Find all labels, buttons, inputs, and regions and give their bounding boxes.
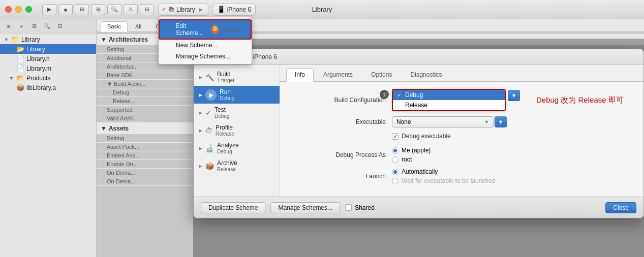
sidebar-toggle-btn[interactable]: ≡ — [3, 22, 14, 31]
launch-auto-radio[interactable] — [392, 169, 398, 175]
edit-scheme-menu-item[interactable]: Edit Scheme... ① Librar... — [159, 19, 252, 40]
edit-scheme-label: Edit Scheme... — [175, 22, 206, 37]
archive-sub: Release — [217, 167, 237, 172]
build-config-debug-item[interactable]: ✓ Debug — [393, 90, 505, 100]
sidebar-more-btn[interactable]: ⊟ — [54, 22, 65, 31]
archive-disclosure: ▶ — [199, 164, 202, 169]
scheme-dialog-window: 📚 Library › 📱 iPhone 6 ▶ 🔨 — [193, 49, 644, 218]
build-sub: 1 target — [217, 78, 234, 83]
sidebar-filter-btn[interactable]: ⊞ — [28, 22, 40, 31]
build-config-dropdown: ✓ Debug Release — [393, 90, 505, 110]
toolbar-icons: ▶ ■ ⊞ ⊞ 🔍 ⚠ ⊟ — [42, 4, 154, 15]
build-tab-all[interactable]: All — [129, 21, 148, 31]
launch-options: Automatically Wait for executable to be … — [392, 168, 495, 184]
radio-fill — [393, 149, 397, 152]
bs-buildactiv-label: ▼ Build Activi... — [107, 81, 178, 87]
device-selector[interactable]: 📱 iPhone 6 — [212, 4, 256, 16]
tree-item-library-group[interactable]: ▼ 📂 Library — [0, 44, 96, 54]
close-button[interactable] — [5, 6, 12, 13]
manage-schemes-menu-item[interactable]: Manage Schemes... — [159, 51, 252, 62]
scheme-item-archive[interactable]: ▶ 📦 Archive Release — [194, 157, 280, 175]
launch-label: Launch — [290, 173, 392, 180]
stop-button[interactable]: ■ — [58, 4, 73, 15]
disclosure-products-group: ▼ — [9, 76, 14, 81]
release-option-label: Release — [405, 102, 427, 109]
build-config-release-item[interactable]: Release — [393, 100, 505, 110]
executable-select[interactable]: None ▼ — [392, 116, 494, 127]
issue-button[interactable]: ⚠ — [124, 4, 138, 15]
run-button[interactable]: ▶ — [42, 4, 56, 15]
executable-arrow: ▼ — [484, 119, 489, 124]
tree-item-products-group[interactable]: ▼ 📂 Products — [0, 73, 96, 83]
launch-wait-label: Wait for executable to be launched — [402, 177, 495, 184]
executable-value: None — [396, 118, 411, 125]
scheme-selector-container: ✓ 📚 Library ▶ Edit Scheme... ① Librar...… — [158, 4, 208, 16]
scheme-dialog-footer: Duplicate Scheme Manage Schemes... Share… — [194, 197, 643, 218]
tab-options[interactable]: Options — [362, 68, 401, 81]
archive-label-group: Archive Release — [217, 159, 237, 172]
nav-back-button[interactable]: ⊞ — [75, 4, 89, 15]
test-icon: ✓ — [205, 109, 211, 117]
tab-info[interactable]: Info — [286, 68, 314, 82]
debug-process-options: Me (apple) root — [392, 147, 431, 163]
scheme-item-profile[interactable]: ▶ ⏱ Profile Release — [194, 121, 280, 139]
sidebar-add-btn[interactable]: + — [16, 22, 27, 31]
scheme-checkmark: ✓ — [162, 6, 166, 13]
launch-wait-radio[interactable] — [392, 178, 398, 184]
profile-icon: ⏱ — [205, 126, 212, 135]
h-file-icon: 📄 — [16, 55, 24, 62]
duplicate-scheme-button[interactable]: Duplicate Scheme — [201, 202, 265, 213]
fullscreen-button[interactable] — [25, 6, 32, 13]
scheme-selector[interactable]: ✓ 📚 Library ▶ — [158, 4, 208, 16]
shared-checkbox[interactable] — [345, 204, 352, 211]
bs-ondemand2-label: On Dema... — [107, 178, 178, 184]
products-group-label: Products — [26, 75, 50, 82]
minimize-button[interactable] — [15, 6, 22, 13]
build-config-red-box: ✓ Debug Release — [392, 89, 506, 111]
scheme-tabs: Info Arguments Options Diagnostics — [280, 65, 643, 82]
close-button[interactable]: Close — [605, 202, 636, 213]
debug-process-root-radio[interactable] — [392, 156, 398, 163]
test-button[interactable]: ⊟ — [140, 4, 154, 15]
assets-label: Assets — [109, 125, 129, 132]
new-scheme-menu-item[interactable]: New Scheme... — [159, 40, 252, 51]
debug-executable-row: ✓ Debug executable — [392, 133, 633, 140]
scheme-item-analyze[interactable]: ▶ 🔬 Analyze Debug — [194, 139, 280, 157]
tree-item-liblibrary[interactable]: 📦 libLibrary.a — [0, 83, 96, 92]
tree-item-library-h[interactable]: 📄 Library.h — [0, 54, 96, 63]
build-config-arrow[interactable]: ▼ — [508, 90, 520, 101]
bs-ondemand1-label: On Dema... — [107, 170, 178, 176]
debug-process-me-radio[interactable] — [392, 147, 398, 154]
bs-architecture-label: Architectur... — [107, 63, 178, 70]
badge-two: ② — [380, 90, 389, 99]
debug-executable-checkbox[interactable]: ✓ — [392, 133, 398, 140]
nav-sidebar-toolbar: ≡ + ⊞ 🔍 ⊟ — [0, 19, 96, 34]
tree-item-library-root[interactable]: ▼ 📁 Library — [0, 35, 96, 44]
scheme-item-run[interactable]: ▶ ▶ Run Debug — [194, 86, 280, 104]
executable-row: Executable None ▼ ▼ — [290, 116, 633, 127]
sidebar-search-btn[interactable]: 🔍 — [41, 22, 52, 31]
debug-process-me-label: Me (apple) — [402, 147, 431, 154]
search-button[interactable]: 🔍 — [107, 4, 121, 15]
build-disclosure: ▶ — [199, 75, 202, 80]
build-tab-basic[interactable]: Basic — [101, 21, 128, 32]
executable-label: Executable — [290, 118, 392, 125]
scheme-item-build[interactable]: ▶ 🔨 Build 1 target — [194, 68, 280, 86]
launch-auto: Automatically — [392, 168, 495, 175]
new-scheme-label: New Scheme... — [176, 42, 217, 49]
tab-arguments[interactable]: Arguments — [315, 68, 361, 81]
run-icon: ▶ — [205, 89, 217, 101]
manage-schemes-button[interactable]: Manage Schemes... — [270, 202, 340, 213]
title-center: Library — [312, 6, 332, 13]
run-disclosure: ▶ — [199, 92, 202, 98]
nav-forward-button[interactable]: ⊞ — [91, 4, 105, 15]
shared-label: Shared — [355, 204, 375, 211]
bs-embedass-label: Embed Ass... — [107, 152, 178, 158]
bs-enableon-label: Enable On... — [107, 161, 178, 167]
library-group-label: Library — [26, 46, 45, 53]
tab-diagnostics[interactable]: Diagnostics — [402, 68, 450, 81]
tree-item-library-m[interactable]: 📄 Library.m — [0, 63, 96, 73]
annotation-text: Debug 改为 Release 即可 — [536, 95, 624, 105]
scheme-item-test[interactable]: ▶ ✓ Test Debug — [194, 104, 280, 121]
executable-btn[interactable]: ▼ — [495, 116, 507, 127]
